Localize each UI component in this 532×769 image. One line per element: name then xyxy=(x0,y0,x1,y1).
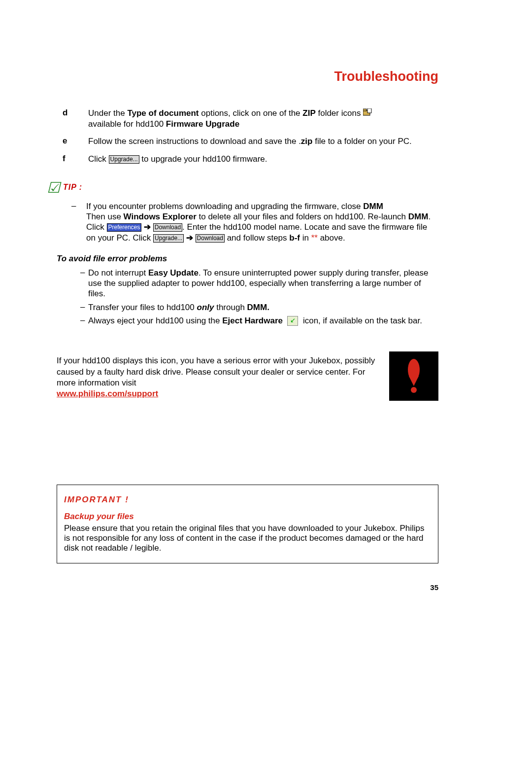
step-letter: e xyxy=(57,136,88,146)
bold: b-f xyxy=(289,233,300,243)
text: icon, if available on the task bar. xyxy=(300,316,422,325)
text: Click xyxy=(88,154,109,164)
bold: DMM xyxy=(363,202,383,211)
avoid-bullet-3: – Always eject your hdd100 using the Eje… xyxy=(57,315,438,326)
text: above. xyxy=(318,233,345,243)
arrow-icon: ➔ xyxy=(144,222,151,232)
bullet-dash: – xyxy=(57,268,88,299)
red-asterisks: ** xyxy=(311,233,318,243)
svg-marker-4 xyxy=(409,376,419,386)
step-content: Click Upgrade... to upgrade your hdd100 … xyxy=(88,154,438,164)
important-box: IMPORTANT ! Backup your files Please ens… xyxy=(57,485,438,563)
bullet-content: Transfer your files to hdd100 only throu… xyxy=(88,302,438,313)
avoid-bullet-2: – Transfer your files to hdd100 only thr… xyxy=(57,302,438,313)
step-list: d Under the Type of document options, cl… xyxy=(57,108,438,164)
bold: Easy Update xyxy=(148,268,199,278)
text: to upgrade your hdd100 firmware. xyxy=(139,154,267,164)
bold: Windows Explorer xyxy=(124,212,197,221)
preferences-button-icon: Preferences xyxy=(107,223,142,232)
avoid-heading: To avoid file error problems xyxy=(57,254,438,264)
svg-rect-2 xyxy=(367,108,371,113)
text: Follow the screen instructions to downlo… xyxy=(88,137,301,146)
bullet-content: If you encounter problems downloading an… xyxy=(86,201,438,243)
avoid-bullet-1: – Do not interrupt Easy Update. To ensur… xyxy=(57,268,438,299)
text: through xyxy=(214,303,247,312)
upgrade-button-icon: Upgrade... xyxy=(109,155,139,164)
step-letter: f xyxy=(57,154,88,164)
bold: Firmware Upgrade xyxy=(166,119,239,129)
text: and follow steps xyxy=(225,233,289,243)
svg-rect-1 xyxy=(363,109,366,111)
step-content: Under the Type of document options, clic… xyxy=(88,108,438,129)
text: available for hdd100 xyxy=(88,119,166,129)
eject-hardware-icon: ↙ xyxy=(287,316,298,326)
zip-folder-icon xyxy=(363,108,372,119)
bullet-dash: – xyxy=(57,302,88,313)
download-button-icon: Download xyxy=(153,223,182,232)
text: If your hdd100 displays this icon, you h… xyxy=(57,356,375,387)
bold: DMM. xyxy=(247,303,269,312)
support-link[interactable]: www.philips.com/support xyxy=(57,389,158,398)
step-f: f Click Upgrade... to upgrade your hdd10… xyxy=(57,154,438,164)
svg-point-5 xyxy=(411,387,417,393)
page-title: Troubleshooting xyxy=(57,69,438,84)
italic-bold: only xyxy=(197,303,214,312)
step-content: Follow the screen instructions to downlo… xyxy=(88,136,438,146)
text: Under the xyxy=(88,108,127,118)
tip-label: TIP : xyxy=(63,183,82,192)
step-letter: d xyxy=(57,108,88,129)
bold: Eject Hardware xyxy=(222,316,283,325)
error-block: If your hdd100 displays this icon, you h… xyxy=(57,355,438,401)
step-d: d Under the Type of document options, cl… xyxy=(57,108,438,129)
text: Always eject your hdd100 using the xyxy=(88,316,222,325)
bold: zip xyxy=(301,137,313,146)
bullet-content: Always eject your hdd100 using the Eject… xyxy=(88,315,438,326)
error-exclamation-icon xyxy=(389,351,438,401)
text: options, click on one of the xyxy=(199,108,303,118)
text: If you encounter problems downloading an… xyxy=(86,202,363,211)
download-button-icon: Download xyxy=(196,234,225,243)
step-e: e Follow the screen instructions to down… xyxy=(57,136,438,146)
bullet-content: Do not interrupt Easy Update. To ensure … xyxy=(88,268,438,299)
bold: DMM xyxy=(408,212,429,221)
checkmark-icon: ☑ xyxy=(47,179,60,196)
bullet-dash: – xyxy=(57,201,86,243)
important-subtitle: Backup your files xyxy=(64,512,431,522)
text: folder icons xyxy=(316,108,363,118)
important-text: Please ensure that you retain the origin… xyxy=(64,524,431,553)
text: Transfer your files to hdd100 xyxy=(88,303,197,312)
arrow-icon: ➔ xyxy=(186,233,193,243)
important-title: IMPORTANT ! xyxy=(64,495,431,505)
text: in xyxy=(300,233,311,243)
text: Then use xyxy=(86,212,124,221)
error-text: If your hdd100 displays this icon, you h… xyxy=(57,355,379,401)
text: file to a folder on your PC. xyxy=(312,137,411,146)
upgrade-button-icon: Upgrade... xyxy=(153,234,184,243)
page-number: 35 xyxy=(57,583,438,592)
bold: ZIP xyxy=(302,108,315,118)
text: to delete all your files and folders on … xyxy=(197,212,408,221)
tip-header: ☑ TIP : xyxy=(47,179,438,196)
bold: Type of document xyxy=(127,108,199,118)
tip-bullet: – If you encounter problems downloading … xyxy=(57,201,438,243)
bullet-dash: – xyxy=(57,315,88,326)
text: Do not interrupt xyxy=(88,268,148,278)
